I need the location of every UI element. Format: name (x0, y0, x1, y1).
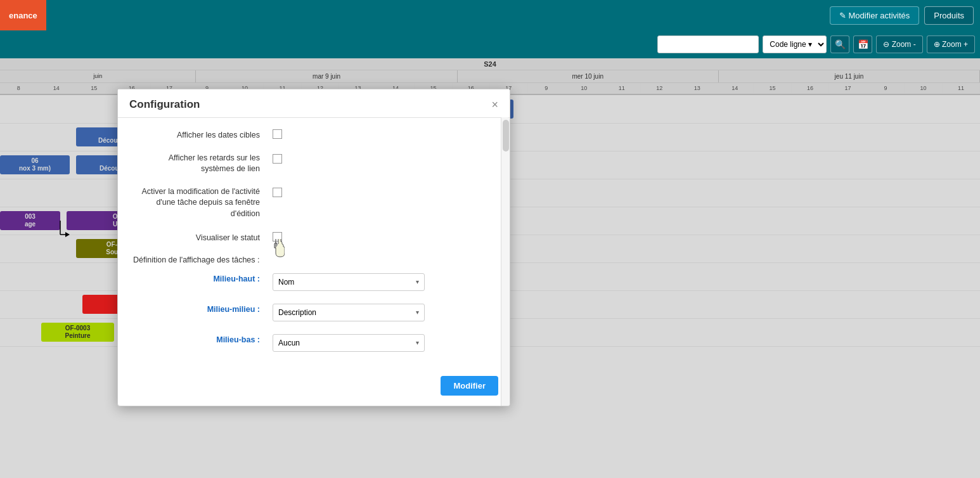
top-nav: enance ✎ Modifier activités Produits (0, 0, 980, 30)
gantt-toolbar: Code ligne ▾ 🔍 📅 ⊖ Zoom - ⊕ Zoom + (0, 30, 980, 58)
modal-modifier-button[interactable]: Modifier (441, 376, 498, 396)
option-visualiser-statut-row: Visualiser le statut (133, 231, 494, 244)
zoom-minus-button[interactable]: ⊖ Zoom - (876, 36, 922, 53)
search-icon[interactable]: 🔍 (830, 36, 849, 53)
zoom-plus-button[interactable]: ⊕ Zoom + (927, 36, 975, 53)
milieu-milieu-row: Milieu-milieu : Description ▾ (133, 302, 494, 321)
milieu-milieu-value: Description (278, 308, 316, 317)
option-afficher-dates-label: Afficher les dates cibles (133, 128, 273, 141)
modal-title: Configuration (129, 98, 200, 111)
section-title-text: Définition de l'affichage des tâches : (133, 255, 260, 264)
code-ligne-select[interactable]: Code ligne ▾ (763, 36, 827, 53)
option-afficher-dates-control (273, 128, 494, 139)
calendar-icon[interactable]: 📅 (853, 36, 872, 53)
option-visualiser-statut-control (273, 231, 494, 242)
option-activer-modif-control (273, 186, 494, 197)
modifier-activites-button[interactable]: ✎ Modifier activités (830, 6, 919, 25)
milieu-haut-control: Nom ▾ (273, 272, 494, 291)
produits-button[interactable]: Produits (924, 6, 974, 25)
zoom-minus-label: ⊖ Zoom - (883, 40, 915, 49)
option-afficher-retards-control (273, 153, 494, 164)
afficher-dates-checkbox[interactable] (273, 129, 282, 139)
modal-body: Afficher les dates cibles Afficher les r… (118, 118, 510, 370)
visualiser-statut-checkbox[interactable] (273, 232, 282, 242)
configuration-modal: Configuration × Afficher les dates cible… (117, 89, 510, 406)
milieu-bas-value: Aucun (278, 339, 300, 347)
milieu-milieu-arrow: ▾ (416, 309, 419, 316)
option-visualiser-statut-label: Visualiser le statut (133, 231, 273, 244)
option-afficher-retards-label: Afficher les retards sur les systèmes de… (133, 153, 273, 175)
main-area: S24 juin mar 9 juin mer 10 juin jeu 11 j… (0, 58, 980, 478)
zoom-plus-label: ⊕ Zoom + (934, 40, 968, 49)
milieu-bas-select[interactable]: Aucun ▾ (273, 334, 425, 352)
milieu-milieu-select[interactable]: Description ▾ (273, 304, 425, 321)
milieu-haut-label: Milieu-haut : (133, 272, 273, 285)
activer-modif-checkbox[interactable] (273, 188, 282, 197)
search-input[interactable] (657, 36, 759, 53)
option-activer-modif-text: Activer la modification de l'activité d'… (142, 187, 261, 218)
option-activer-modif-label: Activer la modification de l'activité d'… (133, 186, 273, 220)
milieu-milieu-control: Description ▾ (273, 302, 494, 321)
nav-badge: enance (0, 0, 46, 30)
option-afficher-retards-text: Afficher les retards sur les systèmes de… (169, 153, 260, 174)
section-definition: Définition de l'affichage des tâches : (133, 255, 494, 264)
produits-label: Produits (934, 11, 964, 20)
milieu-bas-row: Milieu-bas : Aucun ▾ (133, 333, 494, 352)
milieu-bas-control: Aucun ▾ (273, 333, 494, 352)
afficher-retards-checkbox[interactable] (273, 154, 282, 164)
milieu-bas-label: Milieu-bas : (133, 333, 273, 346)
milieu-haut-arrow: ▾ (416, 278, 419, 285)
modal-scrollbar[interactable] (501, 117, 510, 406)
milieu-milieu-label: Milieu-milieu : (133, 302, 273, 316)
milieu-haut-row: Milieu-haut : Nom ▾ (133, 272, 494, 291)
modal-footer: Modifier (118, 370, 510, 406)
nav-badge-text: enance (9, 11, 37, 20)
modal-scrollbar-thumb (503, 120, 509, 152)
option-afficher-dates-row: Afficher les dates cibles (133, 128, 494, 141)
milieu-haut-select[interactable]: Nom ▾ (273, 273, 425, 291)
option-afficher-retards-row: Afficher les retards sur les systèmes de… (133, 153, 494, 175)
milieu-haut-value: Nom (278, 278, 294, 287)
hand-cursor-icon (271, 239, 285, 258)
modal-close-button[interactable]: × (491, 99, 498, 110)
option-activer-modif-row: Activer la modification de l'activité d'… (133, 186, 494, 220)
modifier-activites-label: ✎ Modifier activités (839, 11, 910, 20)
milieu-bas-arrow: ▾ (416, 339, 419, 346)
modal-header: Configuration × (118, 89, 510, 118)
